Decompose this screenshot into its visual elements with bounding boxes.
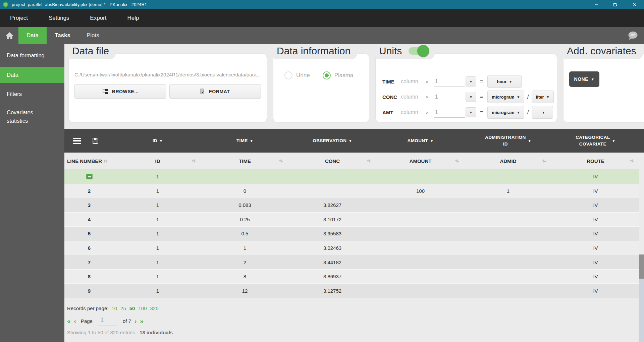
radio-circle[interactable]	[284, 71, 292, 79]
denominator-dropdown-liter[interactable]: liter▼	[532, 91, 554, 103]
page-number-input[interactable]: 1	[98, 316, 117, 326]
table-row-1[interactable]: 1IV	[64, 169, 639, 184]
last-page-button[interactable]: »	[140, 318, 144, 324]
cell-amount: 100	[376, 188, 465, 194]
column-text: column	[401, 109, 426, 115]
column-header-route[interactable]: ROUTE	[552, 158, 639, 164]
column-header-line-number[interactable]: LINE NUMBER	[64, 158, 114, 164]
save-icon[interactable]	[93, 138, 98, 144]
cell-time: 12	[201, 288, 288, 294]
cell-route: IV	[552, 174, 639, 179]
factor-dropdown-icon[interactable]: ▼	[466, 92, 476, 102]
column-header-time[interactable]: TIME	[201, 158, 288, 164]
cell-time: 0.25	[201, 217, 288, 222]
column-type-dropdown-administration-id[interactable]: ADMINISTRATION ID▼	[465, 134, 552, 148]
cell-line: 9	[64, 288, 114, 294]
cell-route: IV	[552, 260, 639, 265]
cell-conc: 3.12752	[288, 288, 376, 294]
sort-icon[interactable]	[279, 159, 283, 163]
unit-factor-input[interactable]: 1	[434, 107, 465, 118]
table-header-row: LINE NUMBERIDTIMECONCAMOUNTADMIDROUTE	[64, 153, 644, 169]
sort-icon[interactable]	[542, 159, 546, 163]
column-type-dropdown-categorical-covariate[interactable]: CATEGORICAL COVARIATE▼	[552, 134, 639, 148]
sort-icon[interactable]	[103, 159, 108, 163]
unit-dropdown-microgram[interactable]: microgram▼	[487, 91, 524, 103]
tab-plots[interactable]: Plots	[78, 27, 107, 44]
cell-conc: 3.44182	[288, 260, 376, 265]
table-row-2[interactable]: 2101001IV	[64, 184, 639, 198]
units-toggle[interactable]	[409, 47, 428, 55]
radio-urine[interactable]: Urine	[284, 71, 310, 79]
minimize-button[interactable]	[587, 0, 606, 9]
sort-icon[interactable]	[192, 159, 196, 163]
cell-id: 1	[114, 245, 201, 251]
records-option-10[interactable]: 10	[111, 305, 117, 311]
radio-circle[interactable]	[323, 71, 331, 79]
tab-tasks[interactable]: Tasks	[47, 27, 78, 44]
cell-conc: 3.10172	[288, 217, 376, 222]
equals-sign: =	[480, 78, 483, 84]
records-option-25[interactable]: 25	[120, 305, 126, 311]
column-type-dropdown-amount[interactable]: AMOUNT▼	[376, 137, 465, 144]
restore-button[interactable]	[606, 0, 625, 9]
table-row-5[interactable]: 510.53.95583IV	[64, 226, 639, 241]
sidebar-item-covariates-statistics[interactable]: Covariates statistics	[0, 106, 64, 128]
table-scrollbar[interactable]	[639, 254, 644, 342]
unit-dropdown-hour[interactable]: hour▼	[487, 75, 522, 88]
menu-project[interactable]: Project	[10, 15, 28, 21]
sort-icon[interactable]	[367, 159, 371, 163]
format-button[interactable]: FORMAT	[169, 84, 261, 99]
column-header-admid[interactable]: ADMID	[465, 158, 552, 164]
column-header-label: AMOUNT	[410, 158, 432, 164]
menu-settings[interactable]: Settings	[49, 15, 69, 21]
covariates-none-dropdown[interactable]: NONE▼	[569, 71, 599, 87]
unit-factor-input[interactable]: 1	[434, 92, 465, 102]
sidebar-item-data[interactable]: Data	[0, 67, 64, 83]
browse-button[interactable]: BROWSE...	[74, 84, 166, 99]
column-header-amount[interactable]: AMOUNT	[376, 158, 465, 164]
table-row-3[interactable]: 310.0833.82627IV	[64, 198, 639, 212]
radio-plasma[interactable]: Plasma	[323, 71, 354, 79]
table-row-8[interactable]: 8183.86937IV	[64, 269, 639, 284]
tab-data[interactable]: Data	[18, 27, 47, 44]
records-option-100[interactable]: 100	[138, 305, 147, 311]
multiply-sign: ×	[426, 79, 434, 84]
equals-sign: =	[480, 94, 483, 100]
table-row-9[interactable]: 91123.12752IV	[64, 283, 639, 298]
table-menu-icon[interactable]	[73, 138, 81, 144]
denominator-dropdown-empty[interactable]: ▼	[532, 106, 553, 119]
cell-line: 4	[64, 217, 114, 222]
sidebar-item-data-formatting[interactable]: Data formatting	[0, 49, 64, 63]
column-header-label: ADMID	[500, 158, 516, 164]
feedback-bubble-icon[interactable]	[627, 31, 638, 40]
menu-export[interactable]: Export	[90, 15, 106, 21]
sort-icon[interactable]	[630, 159, 634, 163]
first-page-button[interactable]: «	[67, 318, 71, 324]
unit-factor-input[interactable]: 1	[434, 76, 465, 87]
prev-page-button[interactable]: ‹	[74, 318, 76, 324]
column-header-id[interactable]: ID	[114, 158, 201, 164]
records-option-320[interactable]: 320	[150, 305, 159, 311]
column-type-dropdown-time[interactable]: TIME▼	[201, 137, 288, 144]
collapse-minus-icon[interactable]	[86, 174, 93, 179]
column-header-conc[interactable]: CONC	[288, 158, 376, 164]
sort-icon[interactable]	[455, 159, 459, 163]
unit-dropdown-microgram[interactable]: microgram▼	[487, 106, 524, 119]
scrollbar-thumb[interactable]	[639, 254, 644, 279]
cell-line: 6	[64, 245, 114, 251]
records-option-50[interactable]: 50	[129, 305, 135, 311]
table-row-4[interactable]: 410.253.10172IV	[64, 212, 639, 227]
home-icon[interactable]	[5, 32, 14, 40]
table-row-7[interactable]: 7123.44182IV	[64, 255, 639, 269]
column-type-dropdown-observation[interactable]: OBSERVATION▼	[288, 137, 376, 144]
factor-dropdown-icon[interactable]: ▼	[466, 107, 476, 117]
factor-dropdown-icon[interactable]: ▼	[466, 76, 476, 87]
sidebar-item-filters[interactable]: Filters	[0, 87, 64, 101]
column-type-dropdown-id[interactable]: ID▼	[114, 137, 201, 144]
data-table: ID▼TIME▼OBSERVATION▼AMOUNT▼ADMINISTRATIO…	[64, 129, 644, 298]
table-row-6[interactable]: 6113.02463IV	[64, 241, 639, 255]
pagination: « ‹ Page 1 of 7 › »	[67, 316, 144, 326]
next-page-button[interactable]: ›	[135, 318, 137, 324]
menu-help[interactable]: Help	[127, 15, 139, 21]
close-button[interactable]	[625, 0, 644, 9]
